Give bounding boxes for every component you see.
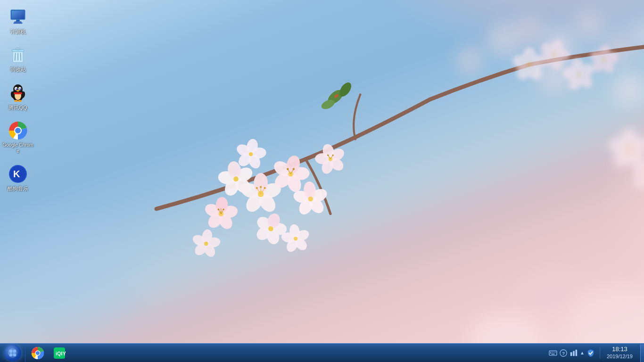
svg-point-61 xyxy=(265,228,281,246)
help-tray-icon[interactable]: ? xyxy=(559,349,568,357)
svg-point-124 xyxy=(602,58,606,61)
start-button[interactable] xyxy=(0,344,25,362)
svg-point-119 xyxy=(599,45,611,59)
svg-point-8 xyxy=(633,24,644,46)
svg-point-105 xyxy=(511,53,531,71)
svg-point-161 xyxy=(17,90,19,91)
svg-point-121 xyxy=(600,58,616,75)
svg-point-130 xyxy=(626,146,632,152)
svg-rect-177 xyxy=(13,350,16,353)
taskbar-iqiyi[interactable]: iQIY xyxy=(49,345,70,362)
svg-rect-194 xyxy=(570,352,572,356)
svg-line-24 xyxy=(257,188,261,194)
svg-rect-196 xyxy=(576,349,578,355)
svg-point-3 xyxy=(487,22,522,57)
svg-point-170 xyxy=(15,128,21,133)
desktop-icon-computer[interactable]: 计算机 xyxy=(0,5,36,38)
svg-point-4 xyxy=(515,16,543,44)
svg-line-85 xyxy=(330,155,333,159)
svg-point-94 xyxy=(204,242,208,246)
svg-point-158 xyxy=(19,88,21,90)
svg-point-125 xyxy=(621,128,637,148)
svg-point-98 xyxy=(284,237,299,254)
svg-rect-144 xyxy=(14,22,21,23)
svg-point-62 xyxy=(254,224,273,243)
svg-rect-187 xyxy=(552,352,553,353)
svg-text:?: ? xyxy=(562,351,565,356)
tray-separator xyxy=(600,347,600,359)
svg-point-7 xyxy=(604,35,634,65)
svg-point-160 xyxy=(20,88,21,89)
tray-icons: ? ▲ xyxy=(547,349,597,357)
svg-point-22 xyxy=(258,191,264,197)
svg-point-12 xyxy=(325,87,346,107)
svg-point-47 xyxy=(215,197,228,214)
system-tray: ? ▲ xyxy=(543,344,640,362)
svg-point-91 xyxy=(202,242,217,259)
svg-rect-188 xyxy=(553,352,554,353)
svg-point-53 xyxy=(219,211,224,216)
svg-point-65 xyxy=(268,226,273,231)
svg-point-76 xyxy=(236,150,255,169)
svg-point-127 xyxy=(623,145,644,171)
svg-point-5 xyxy=(543,29,575,61)
svg-line-54 xyxy=(221,209,223,214)
svg-point-83 xyxy=(315,153,330,165)
svg-line-147 xyxy=(15,53,16,61)
svg-point-88 xyxy=(327,155,329,156)
desktop-icon-recycle-bin[interactable]: 回收站 xyxy=(0,42,36,75)
svg-point-113 xyxy=(570,58,585,75)
svg-point-73 xyxy=(246,138,259,155)
svg-point-6 xyxy=(577,12,602,37)
svg-line-149 xyxy=(20,53,21,61)
clock-time: 18:13 xyxy=(612,346,627,354)
clock-display[interactable]: 18:13 2019/12/19 xyxy=(603,344,636,362)
desktop-icon-qq[interactable]: 腾讯QQ xyxy=(0,81,36,114)
svg-point-1 xyxy=(380,25,644,362)
svg-point-9 xyxy=(456,46,484,74)
svg-point-95 xyxy=(289,224,300,239)
svg-point-129 xyxy=(607,135,631,156)
svg-point-80 xyxy=(328,146,346,164)
svg-line-55 xyxy=(219,209,221,214)
svg-point-28 xyxy=(260,186,262,188)
svg-point-103 xyxy=(524,61,545,82)
desktop-icon-chrome[interactable]: Google Chrome xyxy=(0,118,36,157)
svg-point-64 xyxy=(265,212,282,230)
svg-point-32 xyxy=(272,170,294,191)
desktop-icon-kuwo[interactable]: K 酷狗音乐 xyxy=(0,162,36,195)
svg-point-10 xyxy=(536,56,573,93)
security-tray-icon[interactable] xyxy=(586,349,595,357)
svg-point-63 xyxy=(255,214,274,233)
taskbar: iQIY xyxy=(0,343,644,362)
taskbar-chrome[interactable] xyxy=(27,345,48,362)
svg-point-70 xyxy=(292,189,312,205)
svg-rect-176 xyxy=(9,350,13,353)
keyboard-tray-icon[interactable] xyxy=(549,349,557,357)
svg-point-11 xyxy=(613,74,644,106)
svg-point-110 xyxy=(538,50,557,68)
svg-point-93 xyxy=(191,233,208,248)
svg-point-78 xyxy=(249,152,253,156)
svg-point-43 xyxy=(223,177,241,198)
svg-point-99 xyxy=(281,231,296,244)
svg-point-74 xyxy=(251,147,267,159)
svg-point-89 xyxy=(201,229,213,244)
svg-point-111 xyxy=(538,41,558,59)
svg-point-72 xyxy=(308,197,313,202)
svg-point-165 xyxy=(18,100,22,102)
tray-expand-arrow[interactable]: ▲ xyxy=(580,350,585,355)
svg-rect-145 xyxy=(14,22,23,24)
svg-point-33 xyxy=(271,158,293,179)
show-desktop-button[interactable] xyxy=(640,344,644,362)
svg-text:iQIY: iQIY xyxy=(56,351,66,356)
svg-point-108 xyxy=(554,49,570,61)
network-tray-icon[interactable] xyxy=(570,349,578,357)
svg-point-84 xyxy=(329,157,332,161)
svg-point-164 xyxy=(14,100,18,102)
svg-rect-179 xyxy=(13,353,16,356)
svg-rect-186 xyxy=(550,352,551,353)
svg-point-57 xyxy=(223,209,224,210)
svg-line-86 xyxy=(328,155,330,159)
svg-point-30 xyxy=(291,166,310,180)
